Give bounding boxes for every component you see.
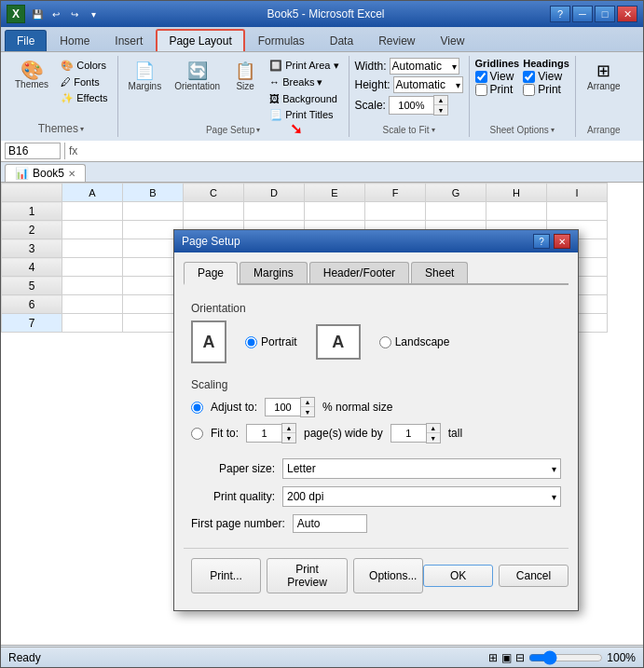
dialog-close-btn[interactable]: ✕: [554, 234, 570, 249]
row-7[interactable]: 7: [2, 314, 62, 333]
fit-tall-down-btn[interactable]: ▼: [427, 433, 440, 443]
headings-print-cb[interactable]: [523, 84, 535, 96]
orientation-btn[interactable]: 🔄 Orientation: [170, 58, 225, 94]
first-page-input[interactable]: [293, 514, 367, 533]
help-btn[interactable]: ?: [550, 6, 570, 22]
arrange-btn[interactable]: ⊞ Arrange: [582, 58, 625, 94]
page-break-view-btn[interactable]: ⊟: [515, 651, 525, 664]
scale-input[interactable]: [389, 96, 433, 115]
fit-pages-down-btn[interactable]: ▼: [282, 433, 295, 443]
row-2[interactable]: 2: [2, 221, 62, 239]
print-preview-btn[interactable]: Print Preview: [267, 558, 348, 593]
row-4[interactable]: 4: [2, 258, 62, 277]
paper-size-dropdown[interactable]: Letter ▾: [282, 458, 561, 479]
adjust-to-radio[interactable]: [191, 402, 203, 414]
minimize-btn[interactable]: ─: [572, 6, 593, 22]
adjust-up-btn[interactable]: ▲: [301, 398, 314, 407]
cell-d1[interactable]: [244, 202, 305, 221]
col-header-f[interactable]: F: [365, 184, 426, 202]
landscape-option[interactable]: Landscape: [379, 335, 450, 348]
cell-e1[interactable]: [305, 202, 365, 221]
tab-formulas[interactable]: Formulas: [246, 30, 317, 51]
background-btn[interactable]: 🖼 Background: [266, 91, 342, 106]
cell-i1[interactable]: [547, 202, 608, 221]
portrait-radio[interactable]: [245, 336, 257, 348]
cell-b1[interactable]: [123, 202, 184, 221]
tab-insert[interactable]: Insert: [103, 30, 155, 51]
ok-btn[interactable]: OK: [423, 565, 493, 587]
print-titles-btn[interactable]: 📃 Print Titles: [266, 107, 342, 123]
options-btn[interactable]: Options...: [353, 558, 423, 593]
cancel-btn[interactable]: Cancel: [499, 565, 569, 587]
fonts-btn[interactable]: 🖊 Fonts: [57, 75, 111, 89]
scale-up-btn[interactable]: ▲: [434, 96, 447, 105]
fit-to-radio[interactable]: [191, 428, 203, 440]
cell-a7[interactable]: [62, 314, 123, 333]
landscape-radio[interactable]: [379, 336, 391, 348]
tab-data[interactable]: Data: [318, 30, 365, 51]
cell-a6[interactable]: [62, 295, 123, 314]
row-5[interactable]: 5: [2, 277, 62, 295]
quick-access-arrow[interactable]: ▾: [85, 6, 102, 22]
cell-a1[interactable]: [62, 202, 123, 221]
col-header-i[interactable]: I: [547, 184, 608, 202]
tab-review[interactable]: Review: [366, 30, 427, 51]
colors-btn[interactable]: 🎨 Colors: [57, 58, 111, 74]
effects-btn[interactable]: ✨ Effects: [57, 90, 111, 106]
cell-a4[interactable]: [62, 258, 123, 277]
cell-h1[interactable]: [486, 202, 547, 221]
dialog-help-btn[interactable]: ?: [533, 234, 550, 249]
print-area-btn[interactable]: 🔲 Print Area ▾: [266, 58, 342, 74]
fit-tall-input[interactable]: [391, 424, 426, 443]
close-btn[interactable]: ✕: [617, 6, 637, 22]
cell-g1[interactable]: [426, 202, 486, 221]
fit-tall-up-btn[interactable]: ▲: [427, 424, 440, 433]
page-layout-view-btn[interactable]: ▣: [501, 651, 512, 664]
print-btn[interactable]: Print...: [191, 558, 261, 593]
cell-a2[interactable]: [62, 221, 123, 239]
cell-a3[interactable]: [62, 239, 123, 258]
size-btn[interactable]: 📋 Size: [228, 58, 262, 94]
col-header-e[interactable]: E: [305, 184, 365, 202]
book-tab-book5[interactable]: 📊 Book5 ✕: [5, 164, 86, 182]
zoom-slider[interactable]: [528, 650, 603, 665]
normal-view-btn[interactable]: ⊞: [488, 651, 498, 664]
row-1[interactable]: 1: [2, 202, 62, 221]
gridlines-view-cb[interactable]: [475, 71, 487, 83]
col-header-h[interactable]: H: [486, 184, 547, 202]
dialog-tab-margins[interactable]: Margins: [240, 262, 308, 283]
adjust-input[interactable]: [265, 398, 300, 416]
width-dropdown[interactable]: Automatic ▾: [390, 58, 459, 75]
height-dropdown[interactable]: Automatic ▾: [393, 76, 463, 93]
col-header-d[interactable]: D: [244, 184, 305, 202]
scale-expander[interactable]: ▾: [432, 126, 435, 134]
tab-home[interactable]: Home: [48, 30, 102, 51]
scale-spinner[interactable]: ▲ ▼: [389, 95, 448, 116]
adjust-down-btn[interactable]: ▼: [301, 407, 314, 416]
scale-down-btn[interactable]: ▼: [434, 105, 447, 115]
dialog-tab-sheet[interactable]: Sheet: [411, 262, 468, 283]
headings-view-cb[interactable]: [523, 71, 535, 83]
row-6[interactable]: 6: [2, 295, 62, 314]
dialog-tab-page[interactable]: Page: [184, 262, 238, 285]
cell-reference[interactable]: [5, 143, 61, 159]
col-header-g[interactable]: G: [426, 184, 486, 202]
fit-pages-up-btn[interactable]: ▲: [282, 424, 295, 433]
col-header-c[interactable]: C: [184, 184, 244, 202]
sheet-options-expander[interactable]: ▾: [551, 126, 555, 134]
themes-btn[interactable]: 🎨 Themes: [10, 58, 53, 92]
fit-pages-input[interactable]: [246, 424, 281, 443]
tab-file[interactable]: File: [5, 30, 47, 51]
margins-btn[interactable]: 📄 Margins: [124, 58, 167, 94]
col-header-a[interactable]: A: [62, 184, 123, 202]
portrait-option[interactable]: Portrait: [245, 335, 297, 348]
page-setup-expander[interactable]: ▾: [256, 126, 260, 134]
dialog-tab-headerfooter[interactable]: Header/Footer: [309, 262, 409, 283]
row-3[interactable]: 3: [2, 239, 62, 258]
tab-page-layout[interactable]: Page Layout: [156, 29, 244, 51]
formula-input[interactable]: [81, 144, 639, 157]
gridlines-print-cb[interactable]: [475, 84, 487, 96]
themes-expander[interactable]: ▾: [80, 125, 84, 133]
cell-f1[interactable]: [365, 202, 426, 221]
save-quick-btn[interactable]: 💾: [29, 6, 46, 22]
